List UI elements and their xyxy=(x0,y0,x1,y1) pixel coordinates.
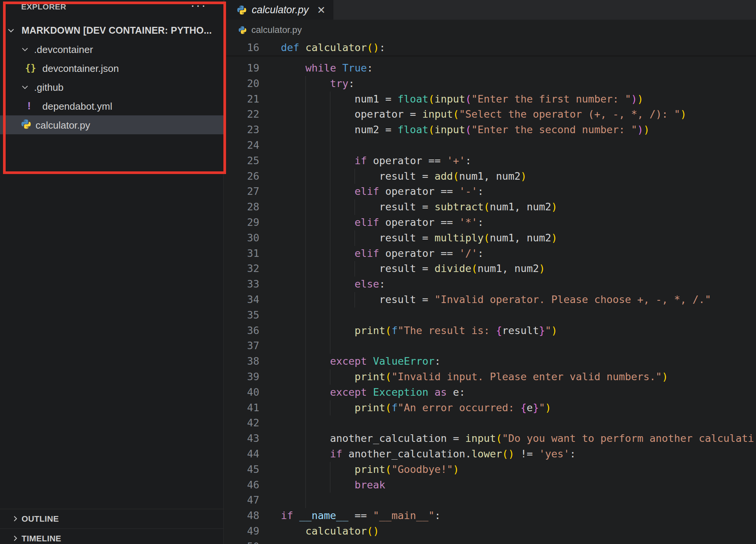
sidebar-item-dependabot-yml[interactable]: ! dependabot.yml xyxy=(0,96,223,115)
line-number[interactable]: 47 xyxy=(224,493,259,508)
token-var: another_calculation = xyxy=(281,432,465,444)
token-str: "Invalid input. Please enter valid numbe… xyxy=(392,371,662,382)
token-var: result = xyxy=(281,263,434,274)
workspace-root-row[interactable]: MARKDOWN [DEV CONTAINER: PYTHO... xyxy=(0,21,223,40)
token-var xyxy=(281,155,355,166)
line-number[interactable]: 22 xyxy=(224,107,259,122)
token-str: "Enter the first number: " xyxy=(471,93,631,105)
code-text: elif operator == '-': xyxy=(281,184,483,199)
line-number[interactable]: 42 xyxy=(224,415,259,431)
token-b1: ( xyxy=(428,124,434,135)
explorer-title: EXPLORER xyxy=(21,2,67,11)
token-var xyxy=(299,42,305,53)
panel-label: OUTLINE xyxy=(22,514,59,524)
code-text: if __name__ == "__main__": xyxy=(281,508,441,524)
line-number[interactable]: 30 xyxy=(224,230,259,246)
sidebar-item-devcontainer-json[interactable]: {} devcontainer.json xyxy=(0,59,223,78)
python-icon xyxy=(238,26,247,34)
token-fn: input xyxy=(422,108,453,120)
chevron-down-icon[interactable] xyxy=(21,45,29,53)
tab-calculator-py[interactable]: calculator.py ✕ xyxy=(225,0,333,20)
json-icon: {} xyxy=(25,62,36,73)
indent-guide xyxy=(305,138,306,153)
line-number[interactable]: 40 xyxy=(224,385,259,400)
chevron-down-icon[interactable] xyxy=(7,26,15,34)
sidebar-item-calculator-py[interactable]: calculator.py xyxy=(0,115,223,134)
line-number[interactable]: 28 xyxy=(224,199,259,215)
line-number[interactable]: 29 xyxy=(224,215,259,230)
line-number[interactable]: 35 xyxy=(224,308,259,323)
token-b1: ( xyxy=(453,170,459,182)
token-b1: ) xyxy=(680,108,686,120)
code-line: 50 xyxy=(224,539,756,544)
close-icon[interactable]: ✕ xyxy=(317,5,326,15)
line-number[interactable]: 34 xyxy=(224,292,259,308)
line-number[interactable]: 33 xyxy=(224,277,259,292)
line-number[interactable]: 16 xyxy=(224,40,259,56)
token-b2: { xyxy=(521,402,527,413)
code-text: if another_calculation.lower() != 'yes': xyxy=(281,446,576,462)
line-number[interactable]: 32 xyxy=(224,261,259,277)
token-var xyxy=(281,78,330,89)
line-number[interactable]: 49 xyxy=(224,524,259,539)
outline-panel-header[interactable]: OUTLINE xyxy=(0,509,223,528)
line-number[interactable]: 45 xyxy=(224,462,259,477)
code-line: 33 else: xyxy=(224,277,756,292)
line-number[interactable]: 43 xyxy=(224,431,259,446)
sticky-scroll-line[interactable]: 16def calculator(): xyxy=(224,40,756,56)
timeline-panel-header[interactable]: TIMELINE xyxy=(0,528,223,544)
code-line: 27 elif operator == '-': xyxy=(224,184,756,199)
code-line: 47 xyxy=(224,493,756,508)
line-number[interactable]: 21 xyxy=(224,92,259,107)
line-number[interactable]: 41 xyxy=(224,400,259,416)
token-fn: input xyxy=(434,124,465,135)
token-var: : xyxy=(465,155,471,166)
line-number[interactable]: 39 xyxy=(224,369,259,385)
token-var xyxy=(281,386,330,398)
line-number[interactable]: 20 xyxy=(224,76,259,92)
line-number[interactable]: 24 xyxy=(224,138,259,153)
code-editor[interactable]: 19 while True:20 try:21 num1 = float(inp… xyxy=(224,61,756,544)
line-number[interactable]: 27 xyxy=(224,184,259,199)
token-var: e: xyxy=(447,386,465,398)
token-b1: ) xyxy=(453,463,459,475)
line-number[interactable]: 44 xyxy=(224,446,259,462)
sidebar-item-devcontainer-folder[interactable]: .devcontainer xyxy=(0,40,223,59)
code-text: num2 = float(input("Enter the second num… xyxy=(281,122,649,138)
token-cls: Exception xyxy=(373,386,428,398)
code-line: 45 print("Goodbye!") xyxy=(224,462,756,477)
token-b1: ( xyxy=(496,432,502,444)
line-number[interactable]: 26 xyxy=(224,169,259,184)
token-var xyxy=(367,386,373,398)
token-var: another_calculation. xyxy=(342,448,471,460)
more-actions-icon[interactable]: ··· xyxy=(191,0,207,12)
line-number[interactable]: 38 xyxy=(224,354,259,369)
tab-bar: calculator.py ✕ xyxy=(224,0,756,20)
code-text: calculator() xyxy=(281,524,379,539)
token-str: "Enter the second number: " xyxy=(471,124,637,135)
sidebar-item-github-folder[interactable]: .github xyxy=(0,78,223,96)
token-str: "The result is: xyxy=(398,325,496,336)
line-number[interactable]: 25 xyxy=(224,153,259,169)
code-text: elif operator == '*': xyxy=(281,215,483,230)
token-fn: print xyxy=(355,463,385,475)
token-var: result = xyxy=(281,232,434,244)
code-line: 34 result = "Invalid operator. Please ch… xyxy=(224,292,756,308)
chevron-down-icon[interactable] xyxy=(21,83,29,91)
line-number[interactable]: 37 xyxy=(224,338,259,354)
breadcrumb[interactable]: calculator.py xyxy=(224,20,756,40)
token-var: : xyxy=(570,448,576,460)
token-str: "An error occurred: xyxy=(398,402,521,413)
line-number[interactable]: 50 xyxy=(224,539,259,544)
line-number[interactable]: 36 xyxy=(224,323,259,339)
line-number[interactable]: 23 xyxy=(224,122,259,138)
token-var xyxy=(281,402,355,413)
code-text: result = "Invalid operator. Please choos… xyxy=(281,292,711,308)
line-number[interactable]: 31 xyxy=(224,246,259,261)
token-var: result xyxy=(502,325,539,336)
line-number[interactable]: 19 xyxy=(224,61,259,76)
line-number[interactable]: 46 xyxy=(224,477,259,493)
line-number[interactable]: 48 xyxy=(224,508,259,524)
code-text: break xyxy=(281,477,385,493)
token-str: " xyxy=(545,325,551,336)
